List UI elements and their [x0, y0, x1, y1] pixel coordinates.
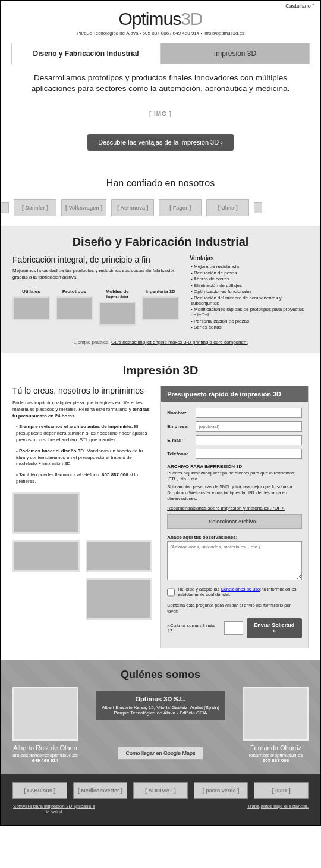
design-title: Diseño y Fabricación Industrial [12, 235, 309, 249]
client-logo [1, 202, 9, 213]
design-item-label: Prototipos [56, 289, 93, 294]
hero-image: [ IMG ] [22, 94, 299, 134]
label-phone: Teléfono: [167, 451, 192, 457]
input-phone[interactable] [196, 449, 302, 459]
design-thumb [142, 296, 180, 320]
google-maps-button[interactable]: Cómo llegar en Google Maps [118, 747, 203, 760]
captcha-pretext: Contesta esta pregunta para validar el e… [167, 602, 302, 614]
printing-subtitle: Tú lo creas, nosotros lo imprimimos [12, 386, 152, 395]
advantages-title: Ventajas [190, 255, 309, 261]
recommendations-link[interactable]: Recomendaciones sobre impresión y materi… [167, 505, 285, 511]
design-thumb [99, 302, 136, 326]
label-company: Empresa: [167, 424, 192, 429]
client-logo: [ Volkswagen ] [61, 199, 106, 216]
terms-text: He leído y acepto las Condiciones de uso… [178, 586, 302, 598]
design-thumb [12, 296, 50, 320]
hero-cta-button[interactable]: Descubre las ventajas de la impresión 3D… [87, 134, 234, 151]
footer-logo: [ 9001 ] [254, 782, 309, 799]
design-item-label: Utillajes [12, 289, 50, 294]
person-email: aruizdeolano@@optimus3d.es [12, 753, 78, 758]
captcha-input[interactable] [224, 621, 243, 635]
avatar [243, 687, 309, 741]
example-line: Ejemplo práctico: GE's bestselling jet e… [12, 339, 309, 345]
client-logo [254, 202, 262, 213]
printing-intro: Podemos imprimir cualquier pieza que ima… [12, 400, 152, 419]
gallery-image [86, 578, 153, 620]
form-title: Presupuesto rápido de impresión 3D [161, 386, 308, 402]
input-company[interactable] [196, 421, 302, 432]
trust-title: Han confiado en nosotros [1, 178, 320, 189]
person-name: Fernando Oharriz [243, 744, 309, 751]
example-link[interactable]: GE's bestselling jet engine makes 3-D pr… [111, 339, 248, 345]
printing-title: Impresión 3D [12, 364, 309, 377]
design-item-label: Moldes de inyección [99, 289, 136, 299]
terms-link[interactable]: Condiciones de uso [221, 586, 260, 592]
footer-link-software[interactable]: Software para impresión 3D aplicada a la… [12, 804, 96, 814]
observations-textarea[interactable] [167, 541, 302, 580]
design-item-label: Ingeniería 3D [142, 289, 180, 294]
client-logo: [ Ulma ] [206, 199, 249, 216]
gallery-image [86, 540, 153, 572]
wetransfer-link[interactable]: Wetransfer [189, 490, 211, 495]
file-select-button[interactable]: Seleccionar Archivo... [167, 514, 302, 529]
header-contact: Parque Tecnológico de Álava • 605 887 00… [1, 30, 320, 36]
footer-logo: [ FABulous ] [12, 782, 67, 799]
person-phone: 605 887 006 [243, 758, 309, 763]
submit-button[interactable]: Enviar Solicitud » [247, 618, 302, 638]
hero-headline: Desarrollamos prototipos y productos fin… [22, 73, 299, 94]
captcha-question: ¿Cuánto suman 3 más 2? [167, 623, 220, 633]
label-name: Nombre: [167, 410, 192, 416]
footer-logo: [ pacto verde ] [194, 782, 248, 799]
tab-design[interactable]: Diseño y Fabricación Industrial [11, 43, 160, 64]
design-desc: Mejoramos la calidad de tus productos y … [12, 268, 179, 280]
printing-bullet: Podemos hacer el diseño 3D. Mándanos un … [16, 448, 152, 467]
file-heading: ARCHIVO PARA IMPRRESIÓN 3D [167, 464, 302, 469]
file-desc: Puedes adjuntar cualquier tipo de archiv… [167, 470, 302, 482]
client-logo: [ Daimler ] [14, 199, 56, 216]
advantages-list: Mejora de resistenciaReducción de pesos … [190, 264, 309, 330]
footer-logo: [ ADDIMAT ] [133, 782, 188, 799]
terms-checkbox[interactable] [167, 587, 175, 598]
gallery-image [12, 540, 80, 572]
printing-bullet: También puedes llamarnos al teléfono: 60… [16, 472, 152, 485]
person-name: Alberto Ruiz de Olano [12, 744, 78, 751]
tab-printing[interactable]: Impresión 3D [160, 43, 310, 64]
footer-logo: [ Medicomverter ] [73, 782, 128, 799]
input-name[interactable] [196, 408, 302, 418]
gallery-image [12, 492, 80, 534]
label-email: E-mail: [167, 438, 192, 443]
input-email[interactable] [196, 435, 302, 445]
person-card: Fernando Oharriz foharriz@@optimus3d.es … [243, 687, 309, 763]
footer-link-standard[interactable]: Trabajamos bajo el estándar. [247, 804, 309, 814]
design-subtitle: Fabricación integral, de principio a fin [12, 255, 179, 264]
company-card: Optimus 3D S.L. Albert Einstein Kalea, 1… [96, 691, 225, 720]
avatar [12, 687, 78, 741]
dropbox-link[interactable]: Dropbox [167, 490, 184, 495]
language-selector[interactable]: Castellano [285, 3, 314, 9]
printing-bullet: Siempre revisamos el archivo antes de im… [16, 424, 152, 443]
file-desc2: Si tu archivo pesa más de 5MG quizá sea … [167, 484, 302, 501]
client-logo: [ Aernnova ] [111, 199, 154, 216]
design-thumb [56, 296, 93, 320]
person-email: foharriz@@optimus3d.es [243, 753, 309, 758]
person-phone: 649 460 914 [12, 758, 78, 763]
about-title: Quiénes somos [12, 669, 309, 681]
logo: Optimus3D [1, 9, 320, 29]
client-logo: [ Fagor ] [159, 199, 202, 216]
person-card: Alberto Ruiz de Olano aruizdeolano@@opti… [12, 687, 78, 763]
observations-heading: Añade aquí tus observaciones: [167, 535, 302, 540]
quote-form: Presupuesto rápido de impresión 3D Nombr… [160, 386, 309, 648]
